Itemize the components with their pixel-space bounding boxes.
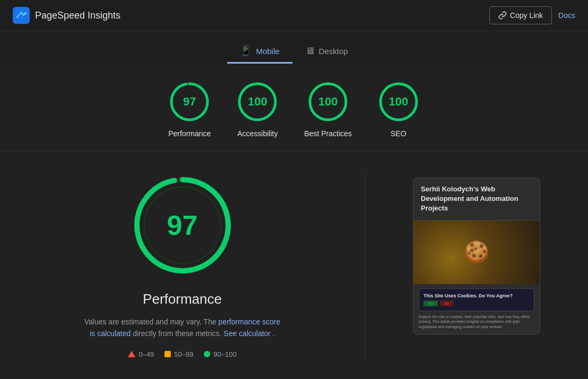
cookie-banner-buttons: Yes No (423, 301, 530, 306)
detail-right: Serhii Kolodych's Web Development and Au… (397, 172, 556, 358)
best-practices-circle: 100 (307, 81, 349, 123)
desc-text3: . (273, 329, 275, 338)
desktop-icon: 🖥 (305, 46, 315, 57)
detail-left: 97 Performance Values are estimated and … (32, 172, 333, 358)
accessibility-label: Accessibility (237, 129, 278, 138)
good-icon (204, 351, 210, 357)
tab-mobile-label: Mobile (256, 47, 279, 56)
cookie-no-button[interactable]: No (440, 301, 453, 306)
tabs-container: 📱 Mobile 🖥 Desktop (0, 31, 588, 64)
main-content: 97 Performance 100 Accessibility 1 (0, 64, 588, 379)
good-range: 90–100 (213, 350, 236, 358)
accessibility-circle: 100 (236, 81, 279, 123)
best-practices-score: 100 (318, 95, 338, 109)
desc-text2: directly from these metrics. (133, 329, 223, 338)
cookie-yes-button[interactable]: Yes (423, 301, 438, 306)
score-card-best-practices[interactable]: 100 Best Practices (304, 81, 351, 138)
mobile-icon: 📱 (240, 45, 252, 57)
performance-label: Performance (168, 129, 211, 138)
average-icon (165, 351, 171, 357)
score-card-performance[interactable]: 97 Performance (168, 81, 211, 138)
header-right: Copy Link Docs (489, 6, 575, 24)
score-card-accessibility[interactable]: 100 Accessibility (236, 81, 279, 138)
big-score-circle: 97 (129, 172, 236, 278)
legend-fail: 0–49 (128, 350, 154, 358)
see-calculator-link[interactable]: See calculator (223, 329, 271, 338)
seo-label: SEO (391, 129, 407, 138)
tab-desktop[interactable]: 🖥 Desktop (292, 40, 361, 64)
legend-good: 90–100 (204, 350, 236, 358)
performance-score: 97 (183, 95, 196, 109)
tab-desktop-label: Desktop (319, 47, 348, 56)
preview-card-title: Serhii Kolodych's Web Development and Au… (413, 178, 540, 221)
svg-rect-0 (13, 7, 30, 24)
cookie-visual-icon: 🍪 (463, 240, 490, 265)
copy-link-label: Copy Link (510, 11, 543, 20)
copy-link-button[interactable]: Copy Link (489, 6, 552, 24)
preview-card-content: This Site Uses Cookies. Do You Agree? Ye… (413, 284, 540, 334)
performance-circle: 97 (168, 81, 211, 123)
docs-button[interactable]: Docs (558, 11, 575, 20)
average-range: 50–89 (174, 350, 193, 358)
detail-section: 97 Performance Values are estimated and … (0, 151, 588, 379)
seo-circle: 100 (377, 81, 420, 123)
performance-detail-title: Performance (32, 291, 333, 307)
cookie-image-bg: 🍪 (413, 221, 540, 284)
pagespeed-logo (13, 7, 30, 24)
best-practices-label: Best Practices (304, 129, 351, 138)
preview-card-image: 🍪 (413, 221, 540, 284)
tab-mobile[interactable]: 📱 Mobile (227, 40, 292, 64)
score-card-seo[interactable]: 100 SEO (377, 81, 420, 138)
svg-point-1 (24, 12, 27, 15)
desc-text: Values are estimated and may vary. The (84, 318, 219, 326)
cookie-banner-title: This Site Uses Cookies. Do You Agree? (423, 293, 530, 298)
legend-average: 50–89 (165, 350, 193, 358)
link-icon (498, 11, 507, 20)
preview-description-text: Explore the role of cookies, their poten… (419, 314, 534, 330)
big-performance-score: 97 (167, 209, 198, 241)
fail-icon (128, 351, 135, 357)
header-left: PageSpeed Insights (13, 7, 120, 24)
accessibility-score: 100 (248, 95, 267, 109)
header: PageSpeed Insights Copy Link Docs (0, 0, 588, 31)
seo-score: 100 (388, 95, 408, 109)
performance-description: Values are estimated and may vary. The p… (82, 316, 283, 340)
fail-range: 0–49 (139, 350, 154, 358)
score-legend: 0–49 50–89 90–100 (32, 350, 333, 358)
scores-section: 97 Performance 100 Accessibility 1 (0, 64, 588, 151)
preview-card: Serhii Kolodych's Web Development and Au… (413, 178, 540, 334)
vertical-divider (365, 172, 365, 358)
cookie-banner: This Site Uses Cookies. Do You Agree? Ye… (419, 288, 534, 311)
app-title: PageSpeed Insights (35, 10, 120, 21)
